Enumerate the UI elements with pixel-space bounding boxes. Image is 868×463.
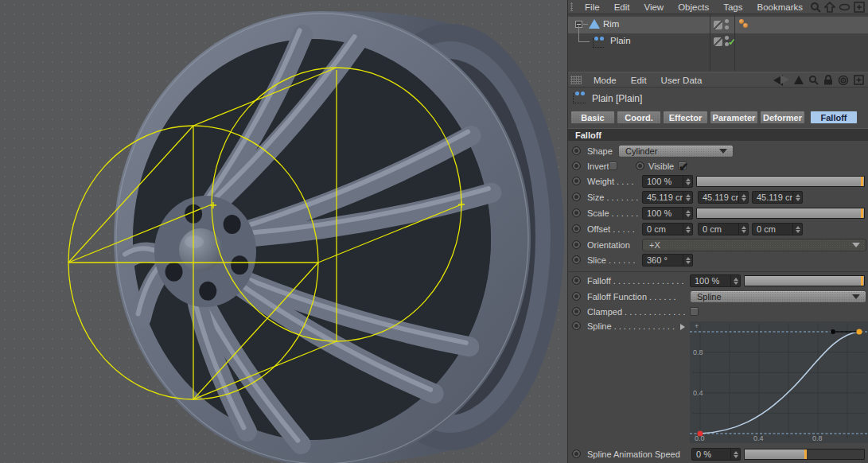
layer-icon[interactable]	[714, 21, 722, 29]
scale-input[interactable]: 100 %	[642, 207, 693, 220]
viewport-3d[interactable]	[0, 0, 567, 463]
size-y-input[interactable]: 45.119 cm	[698, 191, 749, 204]
animation-dot-icon[interactable]	[572, 161, 581, 170]
menu-user-data[interactable]: User Data	[654, 76, 710, 85]
editor-visibility-dot[interactable]	[725, 19, 729, 23]
gizmo-handle-cross[interactable]	[458, 201, 465, 208]
menu-objects[interactable]: Objects	[671, 2, 716, 12]
search-icon[interactable]	[810, 2, 821, 13]
spinner-arrows-icon[interactable]	[730, 275, 740, 286]
animation-dot-icon[interactable]	[572, 177, 581, 185]
animation-dot-icon[interactable]	[572, 307, 581, 316]
add-panel-icon[interactable]	[854, 2, 865, 13]
falloff-section-header[interactable]: Falloff	[568, 128, 868, 141]
slice-input[interactable]: 360 °	[642, 254, 693, 267]
render-visibility-dot[interactable]	[725, 25, 729, 29]
falloff-slider[interactable]	[744, 275, 865, 286]
tab-deformer[interactable]: Deformer	[760, 111, 805, 124]
invert-checkbox[interactable]	[609, 161, 617, 170]
check-icon: ✔	[679, 160, 689, 174]
spinner-arrows-icon[interactable]	[738, 192, 748, 203]
animation-dot-icon[interactable]	[572, 146, 581, 155]
object-manager: Rim Plain ✓	[568, 14, 868, 71]
animation-dot-icon[interactable]	[572, 240, 581, 249]
param-row-shape: Shape Cylinder	[568, 145, 868, 159]
spinner-arrows-icon[interactable]	[683, 192, 692, 203]
panel-grip-icon[interactable]	[570, 76, 582, 84]
clamped-checkbox[interactable]	[690, 307, 699, 316]
offset-x-input[interactable]: 0 cm	[642, 223, 693, 235]
animation-dot-icon[interactable]	[572, 449, 581, 458]
menu-view[interactable]: View	[636, 2, 671, 12]
plain-effector-icon	[593, 38, 604, 48]
object-label[interactable]: Rim	[603, 19, 619, 29]
tab-parameter[interactable]: Parameter	[710, 111, 758, 124]
animation-dot-icon[interactable]	[572, 276, 581, 285]
object-label[interactable]: Plain	[610, 36, 631, 45]
expand-arrow-icon[interactable]	[680, 324, 685, 330]
weight-slider[interactable]	[696, 176, 865, 187]
tab-effector[interactable]: Effector	[663, 111, 708, 124]
scale-slider[interactable]	[696, 208, 865, 219]
animation-dot-icon[interactable]	[636, 161, 644, 170]
tab-basic[interactable]: Basic	[570, 111, 615, 124]
animation-dot-icon[interactable]	[572, 321, 581, 330]
orientation-dropdown[interactable]: +X	[642, 239, 866, 251]
menu-tags[interactable]: Tags	[716, 2, 749, 12]
param-label: Visible	[648, 161, 674, 171]
simulation-tag-icon[interactable]	[743, 23, 748, 28]
panel-grip-icon[interactable]	[570, 2, 573, 11]
menu-bookmarks[interactable]: Bookmarks	[749, 2, 810, 12]
add-panel-icon[interactable]	[854, 75, 864, 85]
shape-dropdown[interactable]: Cylinder	[618, 145, 734, 158]
spline-animation-speed-slider[interactable]	[744, 449, 865, 460]
gizmo-handle-cross[interactable]	[210, 202, 216, 208]
search-icon[interactable]	[808, 75, 819, 85]
target-icon[interactable]	[838, 75, 849, 86]
falloff-input[interactable]: 100 %	[690, 274, 741, 287]
falloff-function-dropdown[interactable]: Spline	[690, 290, 866, 303]
menu-file[interactable]: File	[578, 2, 607, 12]
menu-edit[interactable]: Edit	[624, 76, 654, 85]
menu-mode[interactable]: Mode	[586, 76, 624, 85]
spinner-arrows-icon[interactable]	[683, 208, 692, 219]
spline-animation-speed-input[interactable]: 0 %	[691, 448, 741, 461]
layer-icon[interactable]	[714, 37, 722, 46]
offset-z-input[interactable]: 0 cm	[752, 223, 803, 235]
lock-icon[interactable]	[823, 75, 833, 85]
spinner-arrows-icon[interactable]	[683, 224, 692, 235]
cinema4d-window: File Edit View Objects Tags Bookmarks Ri…	[0, 0, 868, 463]
weight-input[interactable]: 100 %	[642, 175, 693, 188]
tab-falloff[interactable]: Falloff	[810, 111, 858, 124]
spline-curve-editor[interactable]: + 0.8 0.4 0.0 0.4 0.8	[690, 321, 868, 443]
parent-object-icon[interactable]	[794, 76, 804, 84]
falloff-cylinder-gizmo[interactable]	[0, 0, 567, 463]
spinner-arrows-icon[interactable]	[730, 449, 740, 460]
attribute-tabs: Basic Coord. Effector Parameter Deformer…	[568, 109, 868, 126]
param-label: Clamped . . . . . . . . . . . . .	[587, 307, 685, 317]
object-row-rim[interactable]: Rim	[568, 17, 868, 33]
home-icon[interactable]	[824, 2, 835, 13]
menu-edit[interactable]: Edit	[607, 2, 637, 12]
offset-y-input[interactable]: 0 cm	[698, 223, 749, 235]
layout-oval-icon[interactable]	[839, 2, 850, 13]
spinner-arrows-icon[interactable]	[683, 255, 692, 266]
animation-dot-icon[interactable]	[572, 255, 581, 264]
spline-end-point[interactable]	[857, 329, 862, 335]
animation-dot-icon[interactable]	[572, 193, 581, 201]
spinner-arrows-icon[interactable]	[792, 192, 802, 203]
size-x-input[interactable]: 45.119 cm	[642, 191, 693, 204]
history-back-icon[interactable]	[773, 75, 789, 86]
size-z-input[interactable]: 45.119 cm	[752, 191, 803, 204]
animation-dot-icon[interactable]	[572, 208, 581, 217]
animation-dot-icon[interactable]	[572, 224, 581, 233]
tab-coord[interactable]: Coord.	[617, 111, 661, 124]
spinner-arrows-icon[interactable]	[792, 224, 802, 235]
spinner-arrows-icon[interactable]	[683, 176, 692, 187]
object-row-plain[interactable]: Plain ✓	[568, 33, 868, 50]
tangent-handle-point[interactable]	[831, 329, 835, 334]
param-label: Slice . . . . . .	[587, 255, 636, 265]
visible-checkbox[interactable]: ✔	[678, 161, 687, 170]
animation-dot-icon[interactable]	[572, 292, 581, 301]
spinner-arrows-icon[interactable]	[738, 224, 748, 235]
